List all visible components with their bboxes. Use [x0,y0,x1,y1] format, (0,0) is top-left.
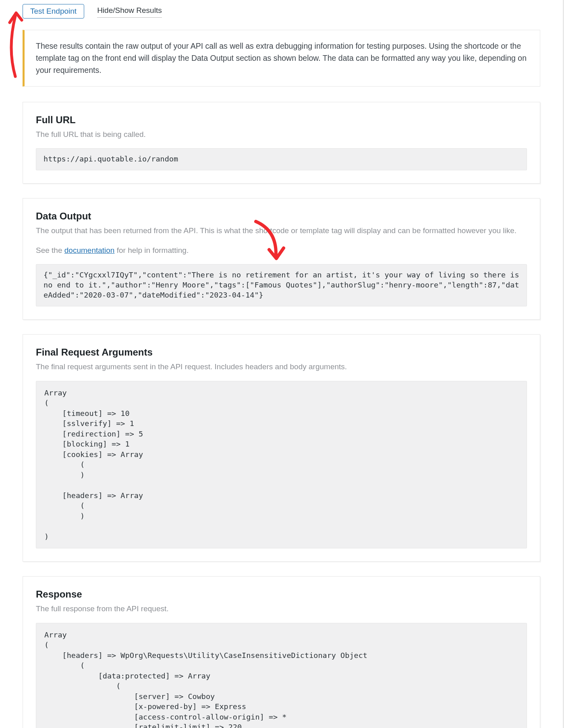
data-output-title: Data Output [36,209,527,223]
tabs-row: Test Endpoint Hide/Show Results [23,4,540,19]
final-request-code: Array ( [timeout] => 10 [sslverify] => 1… [36,381,527,549]
note-suffix: for help in formatting. [114,246,189,254]
test-endpoint-button[interactable]: Test Endpoint [23,4,84,19]
documentation-link[interactable]: documentation [64,246,115,254]
response-subtitle: The full response from the API request. [36,603,527,615]
info-box-text: These results contain the raw output of … [36,41,527,74]
final-request-subtitle: The final request arguments sent in the … [36,361,527,373]
full-url-title: Full URL [36,113,527,127]
final-request-panel: Final Request Arguments The final reques… [23,334,540,562]
info-box: These results contain the raw output of … [23,30,540,87]
hide-show-results-link[interactable]: Hide/Show Results [97,5,162,18]
response-panel: Response The full response from the API … [23,576,540,728]
data-output-note: See the documentation for help in format… [36,245,527,256]
data-output-subtitle: The output that has been returned from t… [36,225,527,237]
response-code: Array ( [headers] => WpOrg\Requests\Util… [36,623,527,728]
final-request-title: Final Request Arguments [36,345,527,360]
data-output-code: {"_id":"CYgcxxl7IQyT","content":"There i… [36,264,527,306]
full-url-subtitle: The full URL that is being called. [36,129,527,141]
note-prefix: See the [36,246,64,254]
data-output-panel: Data Output The output that has been ret… [23,198,540,320]
full-url-panel: Full URL The full URL that is being call… [23,102,540,184]
response-title: Response [36,587,527,602]
full-url-code: https://api.quotable.io/random [36,148,527,170]
